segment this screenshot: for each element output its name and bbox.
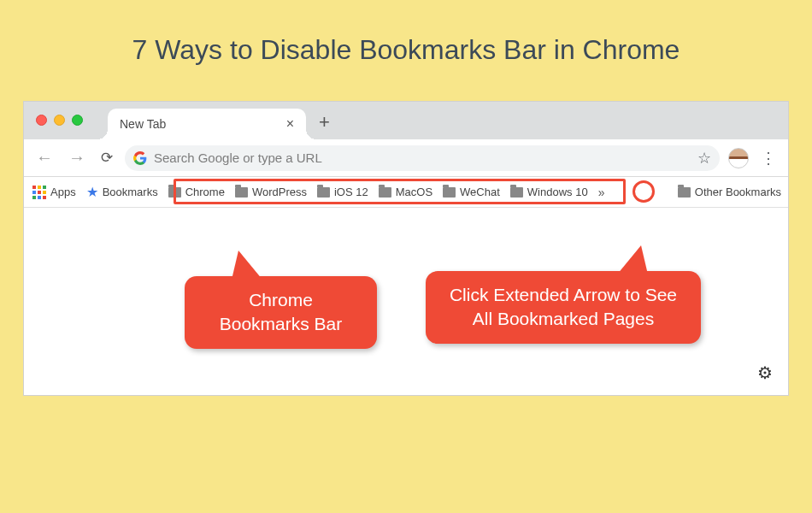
folder-icon <box>317 187 330 198</box>
forward-button[interactable]: → <box>65 148 89 168</box>
bookmark-folder[interactable]: iOS 12 <box>315 184 370 200</box>
apps-icon <box>32 186 46 199</box>
annotation-callout-arrow: Click Extended Arrow to See All Bookmark… <box>426 271 701 344</box>
other-bookmarks-label: Other Bookmarks <box>695 186 781 198</box>
reload-button[interactable]: ⟳ <box>97 149 116 167</box>
menu-icon[interactable]: ⋮ <box>757 149 780 168</box>
folder-icon <box>443 187 456 198</box>
star-icon: ★ <box>86 184 98 200</box>
address-bar-placeholder: Search Google or type a URL <box>154 150 322 165</box>
apps-label: Apps <box>50 186 76 198</box>
folder-label: Chrome <box>185 186 225 198</box>
settings-gear-icon[interactable]: ⚙ <box>757 363 773 383</box>
folder-label: WordPress <box>252 186 307 198</box>
maximize-window-button[interactable] <box>72 115 83 126</box>
new-tab-button[interactable]: + <box>319 111 330 133</box>
google-icon <box>133 151 147 165</box>
annotation-callout-bar: Chrome Bookmarks Bar <box>185 276 377 349</box>
folder-icon <box>510 187 523 198</box>
folder-label: WeChat <box>460 186 500 198</box>
folder-icon <box>678 187 691 198</box>
folder-icon <box>379 187 391 198</box>
page-content: Chrome Bookmarks Bar Click Extended Arro… <box>24 208 788 395</box>
bookmark-folder[interactable]: Chrome <box>167 184 227 200</box>
bookmark-folder[interactable]: WeChat <box>441 184 502 200</box>
bookmark-folder[interactable]: WordPress <box>233 184 309 200</box>
bookmark-star-icon[interactable]: ☆ <box>697 149 711 168</box>
tab-strip: New Tab × + <box>24 102 788 139</box>
browser-window: New Tab × + ← → ⟳ Search Google or type … <box>23 101 789 396</box>
close-window-button[interactable] <box>36 115 47 126</box>
bookmark-folder[interactable]: Windows 10 <box>509 184 590 200</box>
profile-avatar[interactable] <box>728 148 749 168</box>
folder-icon <box>168 187 181 198</box>
bookmarks-bar: Apps ★ Bookmarks Chrome WordPress iOS 12… <box>24 177 788 208</box>
address-bar[interactable]: Search Google or type a URL ☆ <box>125 145 720 171</box>
callout-tail <box>232 251 262 280</box>
callout-text: Click Extended Arrow to See All Bookmark… <box>450 285 677 328</box>
annotation-highlight-circle <box>633 180 655 203</box>
bookmarks-shortcut[interactable]: ★ Bookmarks <box>85 182 160 202</box>
bookmark-folder[interactable]: MacOS <box>377 184 434 200</box>
bookmarks-overflow-button[interactable]: » <box>597 186 607 199</box>
tab-label: New Tab <box>120 117 166 131</box>
folder-icon <box>235 187 248 198</box>
toolbar: ← → ⟳ Search Google or type a URL ☆ ⋮ <box>24 139 788 177</box>
bookmarks-label: Bookmarks <box>103 186 158 198</box>
folder-label: iOS 12 <box>334 186 368 198</box>
callout-text: Chrome Bookmarks Bar <box>220 290 343 333</box>
window-controls <box>36 115 83 126</box>
apps-shortcut[interactable]: Apps <box>31 184 78 201</box>
page-title: 7 Ways to Disable Bookmarks Bar in Chrom… <box>0 0 812 66</box>
back-button[interactable]: ← <box>32 148 56 168</box>
other-bookmarks[interactable]: Other Bookmarks <box>678 186 781 198</box>
folder-label: Windows 10 <box>527 186 588 198</box>
callout-tail <box>617 245 648 274</box>
browser-tab[interactable]: New Tab × <box>108 109 306 139</box>
folder-label: MacOS <box>396 186 432 198</box>
close-tab-icon[interactable]: × <box>286 117 294 131</box>
minimize-window-button[interactable] <box>54 115 65 126</box>
